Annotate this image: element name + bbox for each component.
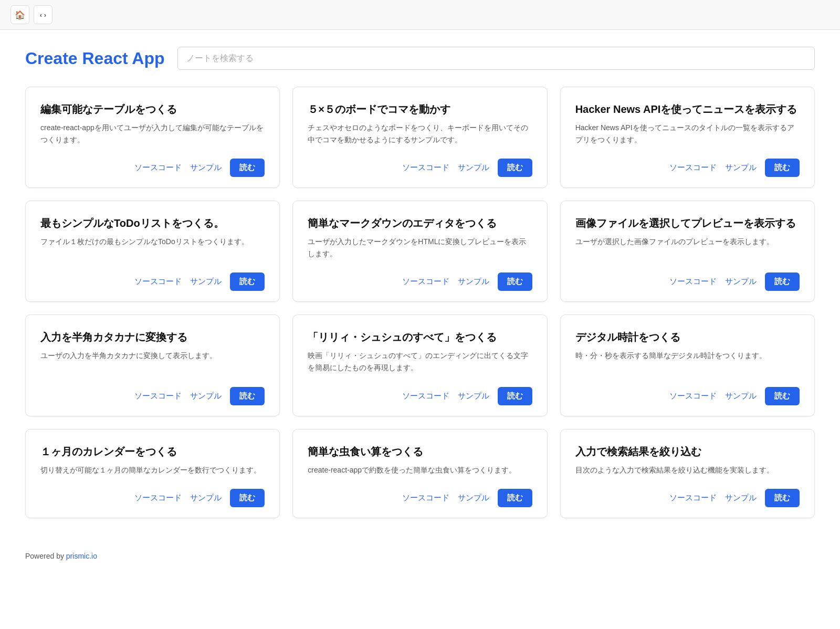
card-item: ５×５のボードでコマを動かす チェスやオセロのようなボードをつくり、キーボードを… [292,87,547,188]
source-code-link-10[interactable]: ソースコード [402,493,449,503]
card-desc-11: 目次のような入力で検索結果を絞り込む機能を実装します。 [575,464,800,476]
card-title-9: １ヶ月のカレンダーをつくる [40,444,265,459]
source-code-link-9[interactable]: ソースコード [134,493,182,503]
card-item: １ヶ月のカレンダーをつくる 切り替えが可能な１ヶ月の簡単なカレンダーを数行でつく… [25,429,280,518]
card-item: 入力を半角カタカナに変換する ユーザの入力を半角カタカナに変換して表示します。 … [25,314,280,416]
card-actions-7: ソースコード サンプル 読む [308,387,532,405]
read-button-0[interactable]: 読む [230,159,265,177]
source-code-link-4[interactable]: ソースコード [402,277,449,287]
card-actions-3: ソースコード サンプル 読む [40,272,265,291]
card-item: 簡単な虫食い算をつくる create-react-appで約数を使った簡単な虫食… [292,429,547,518]
card-item: 「リリィ・シュシュのすべて」をつくる 映画「リリィ・シュシュのすべて」のエンディ… [292,314,547,416]
card-actions-0: ソースコード サンプル 読む [40,159,265,177]
card-title-11: 入力で検索結果を絞り込む [575,444,800,459]
cards-grid: 編集可能なテーブルをつくる create-react-appを用いてユーザが入力… [25,87,815,518]
card-title-1: ５×５のボードでコマを動かす [308,102,532,117]
card-desc-10: create-react-appで約数を使った簡単な虫食い算をつくります。 [308,464,532,476]
card-desc-2: Hacker News APIを使ってニュースのタイトルの一覧を表示するアプリを… [575,122,800,146]
card-title-0: 編集可能なテーブルをつくる [40,102,265,117]
card-desc-8: 時・分・秒を表示する簡単なデジタル時計をつくります。 [575,350,800,374]
read-button-1[interactable]: 読む [498,159,532,177]
card-desc-5: ユーザが選択した画像ファイルのプレビューを表示します。 [575,236,800,260]
sample-link-9[interactable]: サンプル [190,493,222,503]
sample-link-0[interactable]: サンプル [190,163,222,173]
card-desc-4: ユーザが入力したマークダウンをHTMLに変換しプレビューを表示します。 [308,236,532,260]
card-actions-11: ソースコード サンプル 読む [575,489,800,507]
source-code-link-5[interactable]: ソースコード [669,277,717,287]
card-item: 入力で検索結果を絞り込む 目次のような入力で検索結果を絞り込む機能を実装します。… [560,429,815,518]
header-row: Create React App [25,47,815,70]
app-title: Create React App [25,49,165,68]
read-button-3[interactable]: 読む [230,272,265,291]
card-title-7: 「リリィ・シュシュのすべて」をつくる [308,330,532,344]
sample-link-10[interactable]: サンプル [458,493,489,503]
card-item: 編集可能なテーブルをつくる create-react-appを用いてユーザが入力… [25,87,280,188]
card-actions-4: ソースコード サンプル 読む [308,272,532,291]
search-input[interactable] [177,47,815,70]
card-item: Hacker News APIを使ってニュースを表示する Hacker News… [560,87,815,188]
sample-link-6[interactable]: サンプル [190,391,222,401]
sample-link-3[interactable]: サンプル [190,277,222,287]
card-item: 簡単なマークダウンのエディタをつくる ユーザが入力したマークダウンをHTMLに変… [292,201,547,302]
read-button-4[interactable]: 読む [498,272,532,291]
home-button[interactable]: 🏠 [10,5,29,24]
sample-link-5[interactable]: サンプル [725,277,757,287]
card-title-10: 簡単な虫食い算をつくる [308,444,532,459]
card-actions-9: ソースコード サンプル 読む [40,489,265,507]
card-title-4: 簡単なマークダウンのエディタをつくる [308,216,532,230]
read-button-2[interactable]: 読む [765,159,800,177]
card-item: 画像ファイルを選択してプレビューを表示する ユーザが選択した画像ファイルのプレビ… [560,201,815,302]
card-desc-3: ファイル１枚だけの最もシンプルなToDoリストをつくります。 [40,236,265,260]
card-title-8: デジタル時計をつくる [575,330,800,344]
card-title-2: Hacker News APIを使ってニュースを表示する [575,102,800,117]
sample-link-1[interactable]: サンプル [458,163,489,173]
card-actions-8: ソースコード サンプル 読む [575,387,800,405]
source-code-link-8[interactable]: ソースコード [669,391,717,401]
main-content: Create React App 編集可能なテーブルをつくる create-re… [0,30,840,539]
code-icon: ‹ › [40,11,46,19]
card-actions-2: ソースコード サンプル 読む [575,159,800,177]
card-title-5: 画像ファイルを選択してプレビューを表示する [575,216,800,230]
read-button-5[interactable]: 読む [765,272,800,291]
sample-link-11[interactable]: サンプル [725,493,757,503]
read-button-8[interactable]: 読む [765,387,800,405]
card-desc-7: 映画「リリィ・シュシュのすべて」のエンディングに出てくる文字を簡易にしたものを再… [308,350,532,374]
card-desc-1: チェスやオセロのようなボードをつくり、キーボードを用いてその中でコマを動かせるよ… [308,122,532,146]
top-navigation: 🏠 ‹ › [0,0,840,30]
card-actions-10: ソースコード サンプル 読む [308,489,532,507]
card-desc-0: create-react-appを用いてユーザが入力して編集が可能なテーブルをつ… [40,122,265,146]
card-desc-9: 切り替えが可能な１ヶ月の簡単なカレンダーを数行でつくります。 [40,464,265,476]
source-code-link-0[interactable]: ソースコード [134,163,182,173]
read-button-9[interactable]: 読む [230,489,265,507]
read-button-10[interactable]: 読む [498,489,532,507]
sample-link-8[interactable]: サンプル [725,391,757,401]
footer: Powered by prismic.io [0,539,840,573]
card-desc-6: ユーザの入力を半角カタカナに変換して表示します。 [40,350,265,374]
sample-link-2[interactable]: サンプル [725,163,757,173]
card-actions-5: ソースコード サンプル 読む [575,272,800,291]
footer-text: Powered by [25,552,66,560]
source-code-link-6[interactable]: ソースコード [134,391,182,401]
code-nav-button[interactable]: ‹ › [34,5,52,24]
card-title-6: 入力を半角カタカナに変換する [40,330,265,344]
source-code-link-3[interactable]: ソースコード [134,277,182,287]
prismic-link[interactable]: prismic.io [66,552,97,560]
card-actions-6: ソースコード サンプル 読む [40,387,265,405]
sample-link-7[interactable]: サンプル [458,391,489,401]
card-item: デジタル時計をつくる 時・分・秒を表示する簡単なデジタル時計をつくります。 ソー… [560,314,815,416]
source-code-link-1[interactable]: ソースコード [402,163,449,173]
card-item: 最もシンプルなToDoリストをつくる。 ファイル１枚だけの最もシンプルなToDo… [25,201,280,302]
source-code-link-11[interactable]: ソースコード [669,493,717,503]
card-actions-1: ソースコード サンプル 読む [308,159,532,177]
read-button-6[interactable]: 読む [230,387,265,405]
home-icon: 🏠 [15,10,25,20]
read-button-11[interactable]: 読む [765,489,800,507]
card-title-3: 最もシンプルなToDoリストをつくる。 [40,216,265,230]
source-code-link-2[interactable]: ソースコード [669,163,717,173]
read-button-7[interactable]: 読む [498,387,532,405]
sample-link-4[interactable]: サンプル [458,277,489,287]
source-code-link-7[interactable]: ソースコード [402,391,449,401]
